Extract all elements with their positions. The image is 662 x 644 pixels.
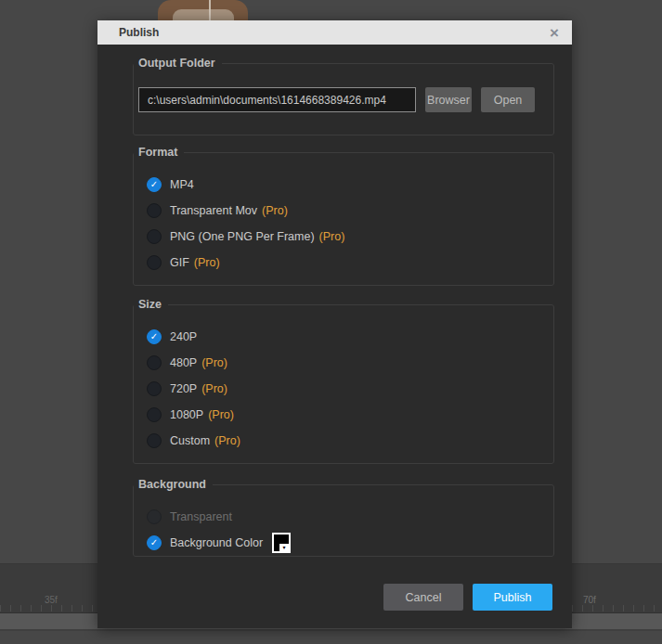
option-label: 240P bbox=[170, 330, 197, 343]
size-option-480p: 480P (Pro) bbox=[134, 350, 553, 376]
radio-icon[interactable] bbox=[147, 433, 162, 448]
radio-icon[interactable] bbox=[147, 229, 162, 244]
browser-button[interactable]: Browser bbox=[425, 87, 472, 112]
size-option-custom: Custom (Pro) bbox=[134, 428, 553, 454]
radio-icon[interactable] bbox=[147, 203, 162, 218]
section-label-format: Format bbox=[134, 146, 184, 159]
check-icon: ✓ bbox=[150, 538, 158, 547]
section-background: Background Transparent ✓ Background Colo… bbox=[133, 484, 554, 557]
radio-checked-icon[interactable]: ✓ bbox=[147, 329, 162, 344]
option-label: PNG (One PNG Per Frame) bbox=[170, 230, 315, 243]
radio-icon[interactable] bbox=[147, 407, 162, 422]
dialog-titlebar: Publish × bbox=[97, 20, 572, 45]
check-icon: ✓ bbox=[150, 180, 158, 189]
section-size: Size ✓ 240P 480P (Pro) 720P (Pro) 1080P … bbox=[133, 304, 554, 464]
publish-dialog: Publish × Output Folder Browser Open For… bbox=[97, 20, 572, 628]
format-option-png: PNG (One PNG Per Frame) (Pro) bbox=[134, 224, 553, 250]
section-label-size: Size bbox=[134, 298, 168, 311]
pro-badge: (Pro) bbox=[214, 434, 240, 447]
pro-badge: (Pro) bbox=[194, 256, 220, 269]
radio-checked-icon[interactable]: ✓ bbox=[147, 177, 162, 192]
output-path-input[interactable] bbox=[138, 87, 416, 112]
check-icon: ✓ bbox=[150, 332, 158, 341]
dropdown-arrow-icon: ▾ bbox=[283, 545, 286, 550]
radio-checked-icon[interactable]: ✓ bbox=[147, 535, 162, 550]
background-option-color: ✓ Background Color ▾ bbox=[134, 530, 553, 556]
section-format: Format ✓ MP4 Transparent Mov (Pro) PNG (… bbox=[133, 152, 554, 286]
radio-icon[interactable] bbox=[147, 255, 162, 270]
timeline-label-70f: 70f bbox=[583, 595, 596, 605]
option-label: Background Color bbox=[170, 536, 263, 549]
timeline-label-35f: 35f bbox=[45, 595, 58, 605]
radio-disabled-icon bbox=[147, 509, 162, 524]
section-output-folder: Output Folder Browser Open bbox=[133, 63, 554, 135]
radio-icon[interactable] bbox=[147, 355, 162, 370]
format-option-gif: GIF (Pro) bbox=[134, 250, 553, 276]
timeline-bottom-band bbox=[0, 629, 662, 644]
format-option-mp4: ✓ MP4 bbox=[134, 172, 553, 198]
backdrop-character-image bbox=[158, 0, 248, 20]
option-label: Custom bbox=[170, 434, 210, 447]
character-bone-line bbox=[209, 0, 211, 20]
cancel-button[interactable]: Cancel bbox=[383, 584, 463, 611]
character-snout-shape bbox=[173, 9, 234, 20]
option-label: GIF bbox=[170, 256, 189, 269]
background-color-picker[interactable]: ▾ bbox=[272, 533, 291, 553]
pro-badge: (Pro) bbox=[262, 204, 288, 217]
option-label: MP4 bbox=[170, 178, 194, 191]
dialog-title: Publish bbox=[119, 26, 159, 39]
option-label: Transparent bbox=[170, 510, 232, 523]
size-option-720p: 720P (Pro) bbox=[134, 376, 553, 402]
size-option-240p: ✓ 240P bbox=[134, 324, 553, 350]
pro-badge: (Pro) bbox=[319, 230, 345, 243]
section-label-background: Background bbox=[134, 478, 213, 491]
option-label: 720P bbox=[170, 382, 197, 395]
option-label: 1080P bbox=[170, 408, 203, 421]
pro-badge: (Pro) bbox=[201, 382, 227, 395]
option-label: 480P bbox=[170, 356, 197, 369]
color-dropdown-notch: ▾ bbox=[279, 544, 289, 551]
pro-badge: (Pro) bbox=[208, 408, 234, 421]
publish-button[interactable]: Publish bbox=[473, 584, 552, 611]
pro-badge: (Pro) bbox=[201, 356, 227, 369]
close-icon[interactable]: × bbox=[548, 25, 561, 41]
section-label-output-folder: Output Folder bbox=[134, 57, 222, 70]
option-label: Transparent Mov bbox=[170, 204, 257, 217]
size-option-1080p: 1080P (Pro) bbox=[134, 402, 553, 428]
format-option-transparent-mov: Transparent Mov (Pro) bbox=[134, 198, 553, 224]
open-button[interactable]: Open bbox=[481, 87, 535, 112]
radio-icon[interactable] bbox=[147, 381, 162, 396]
dialog-footer: Cancel Publish bbox=[383, 584, 552, 611]
background-option-transparent: Transparent bbox=[134, 504, 553, 530]
